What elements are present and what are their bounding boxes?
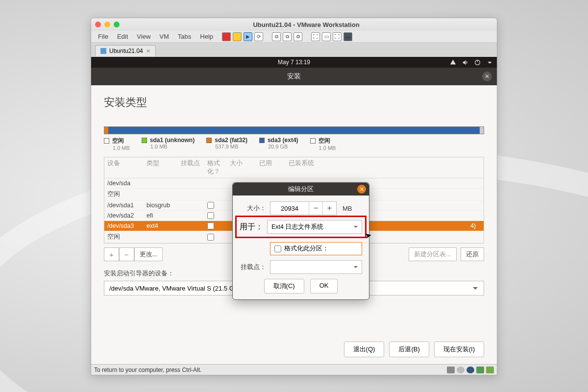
seg-sda1[interactable]	[108, 127, 112, 134]
unity-icon[interactable]: ▭	[322, 32, 331, 41]
format-label: 格式化此分区：	[284, 245, 329, 253]
col-format[interactable]: 格式化？	[207, 159, 230, 176]
usb-icon[interactable]	[476, 367, 484, 373]
menu-file[interactable]: File	[94, 32, 112, 41]
net-icon[interactable]	[466, 367, 474, 373]
maximize-icon[interactable]	[114, 22, 120, 27]
tabbar: Ubuntu21.04 ✕	[91, 43, 497, 56]
use-as-row-highlight: 用于： Ext4 日志文件系统	[235, 216, 367, 238]
format-checkbox[interactable]	[207, 222, 214, 229]
sound-icon[interactable]	[486, 367, 494, 373]
partition-bar[interactable]	[104, 126, 484, 134]
format-row[interactable]: 格式化此分区：	[270, 242, 362, 255]
col-system[interactable]: 已装系统	[289, 159, 481, 176]
menu-edit[interactable]: Edit	[113, 32, 132, 41]
close-icon[interactable]	[95, 22, 101, 27]
hdd-icon[interactable]	[447, 367, 455, 373]
col-device[interactable]: 设备	[107, 159, 147, 176]
tab-label: Ubuntu21.04	[109, 48, 143, 54]
poweroff-icon[interactable]	[222, 32, 231, 41]
host-statusbar: To return to your computer, press Ctrl-A…	[91, 364, 497, 375]
window-title: Ubuntu21.04 - VMware Workstation	[120, 21, 493, 28]
system-tray[interactable]	[450, 59, 493, 66]
chevron-down-icon[interactable]	[487, 59, 493, 66]
menu-help[interactable]: Help	[196, 32, 217, 41]
mount-point-select[interactable]	[270, 260, 362, 274]
table-header: 设备 类型 挂载点 格式化？ 大小 已用 已装系统	[104, 157, 484, 178]
datetime[interactable]: May 7 13:19	[278, 59, 310, 66]
thumbnail-icon[interactable]: ▬	[343, 32, 352, 41]
use-as-select[interactable]: Ext4 日志文件系统	[267, 220, 362, 234]
menu-vm[interactable]: VM	[155, 32, 173, 41]
format-checkbox[interactable]	[207, 202, 214, 209]
use-label: 用于：	[240, 222, 263, 232]
menu-view[interactable]: View	[133, 32, 154, 41]
size-label: 大小：	[240, 204, 266, 213]
page-title: 安装类型	[104, 95, 484, 110]
size-input[interactable]	[270, 202, 309, 215]
revert-button[interactable]: 还原	[461, 247, 484, 261]
legend-sda2: sda2 (fat32)	[215, 137, 247, 144]
ok-button[interactable]: OK	[310, 279, 338, 294]
add-partition-button[interactable]: +	[104, 247, 119, 261]
col-size[interactable]: 大小	[230, 159, 259, 176]
back-button[interactable]: 后退(B)	[389, 342, 429, 357]
sound-icon[interactable]	[462, 59, 468, 66]
size-increment-button[interactable]: +	[322, 202, 336, 215]
col-mount[interactable]: 挂载点	[181, 159, 207, 176]
format-checkbox[interactable]	[207, 212, 214, 219]
legend-free-size: 1.0 MB	[113, 145, 130, 151]
host-titlebar[interactable]: Ubuntu21.04 - VMware Workstation	[91, 18, 497, 31]
installer-close-icon[interactable]: ✕	[482, 72, 492, 81]
vm-icon	[100, 48, 106, 54]
format-checkbox[interactable]	[207, 234, 214, 241]
traffic-lights	[95, 22, 120, 27]
menu-tabs[interactable]: Tabs	[174, 32, 195, 41]
edit-partition-dialog: 编辑分区 ✕ 大小： − + MB 用于： Ext4 日志文件系统 格式化此分区…	[232, 182, 369, 300]
seg-sda2[interactable]	[112, 127, 131, 134]
use-as-value: Ext4 日志文件系统	[271, 223, 324, 231]
legend-free: 空闲	[112, 137, 124, 145]
installer-title: 安装	[287, 72, 301, 81]
tab-ubuntu[interactable]: Ubuntu21.04 ✕	[95, 45, 156, 56]
network-icon[interactable]	[450, 59, 456, 66]
bootloader-value: /dev/sda VMware, VMware Virtual S (21.5 …	[109, 285, 241, 292]
seg-free[interactable]	[104, 127, 108, 134]
power-icon[interactable]	[474, 59, 481, 66]
restart-icon[interactable]: ⟳	[254, 32, 263, 41]
swatch-free2-icon	[310, 138, 316, 144]
bottom-buttons: 退出(Q) 后退(B) 现在安装(I)	[344, 342, 484, 357]
change-partition-button[interactable]: 更改...	[134, 247, 163, 261]
new-table-button[interactable]: 新建分区表...	[409, 247, 457, 261]
col-type[interactable]: 类型	[147, 159, 181, 176]
cancel-button[interactable]: 取消(C)	[264, 279, 304, 294]
size-decrement-button[interactable]: −	[309, 202, 322, 215]
minimize-icon[interactable]	[104, 22, 110, 27]
svg-rect-1	[477, 59, 478, 62]
legend-sda2-size: 537.9 MB	[215, 144, 247, 149]
ubuntu-top-bar[interactable]: May 7 13:19	[91, 57, 497, 68]
snapshot-manager-icon[interactable]: ⧉	[283, 32, 292, 41]
play-icon[interactable]: ▶	[244, 32, 252, 41]
settings-icon[interactable]: ⚙	[294, 32, 302, 41]
dialog-titlebar[interactable]: 编辑分区 ✕	[233, 183, 369, 196]
fullscreen-icon[interactable]: ⛶	[311, 32, 320, 41]
install-now-button[interactable]: 现在安装(I)	[434, 342, 484, 357]
col-used[interactable]: 已用	[259, 159, 289, 176]
swatch-free-icon	[104, 138, 109, 144]
format-partition-checkbox[interactable]	[274, 245, 281, 252]
snapshot-icon[interactable]: ⧉	[272, 32, 281, 41]
quit-button[interactable]: 退出(Q)	[344, 342, 385, 357]
console-icon[interactable]: ⛶	[333, 32, 342, 41]
remove-partition-button[interactable]: −	[119, 247, 134, 261]
dialog-title: 编辑分区	[288, 185, 314, 194]
close-tab-icon[interactable]: ✕	[146, 48, 150, 54]
seg-free2[interactable]	[480, 127, 484, 134]
cd-icon[interactable]	[457, 367, 465, 373]
dialog-close-icon[interactable]: ✕	[357, 185, 366, 194]
size-spinner: − +	[270, 201, 337, 215]
seg-sda3[interactable]	[131, 127, 480, 134]
legend-sda1-size: 1.0 MB	[150, 144, 195, 149]
suspend-icon[interactable]	[233, 32, 242, 41]
menubar: File Edit View VM Tabs Help ▶ ⟳ ⧉ ⧉ ⚙ ⛶ …	[91, 31, 497, 43]
